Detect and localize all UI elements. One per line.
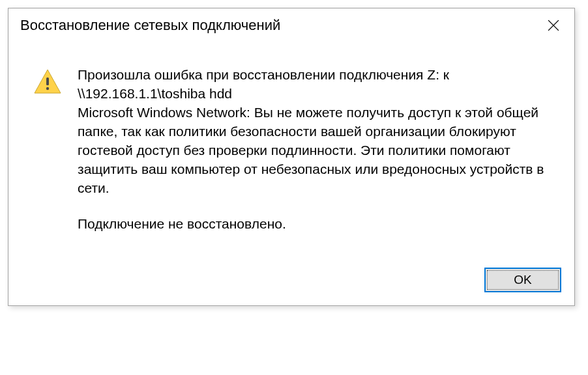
dialog-window: Восстановление сетевых подключений Произ… [8,8,575,306]
icon-column [32,66,63,251]
ok-button[interactable]: OK [484,268,561,292]
close-button[interactable] [540,15,566,36]
message-column: Произошла ошибка при восстановлении подк… [78,66,556,251]
warning-icon [32,67,63,98]
message-main: Произошла ошибка при восстановлении подк… [78,66,556,198]
dialog-title: Восстановление сетевых подключений [20,17,280,34]
close-icon [548,20,559,31]
svg-point-3 [46,87,49,90]
button-area: OK [8,258,574,305]
title-bar: Восстановление сетевых подключений [8,8,574,42]
dialog-content: Произошла ошибка при восстановлении подк… [8,42,574,258]
message-footer: Подключение не восстановлено. [78,215,556,234]
svg-rect-2 [46,77,49,85]
